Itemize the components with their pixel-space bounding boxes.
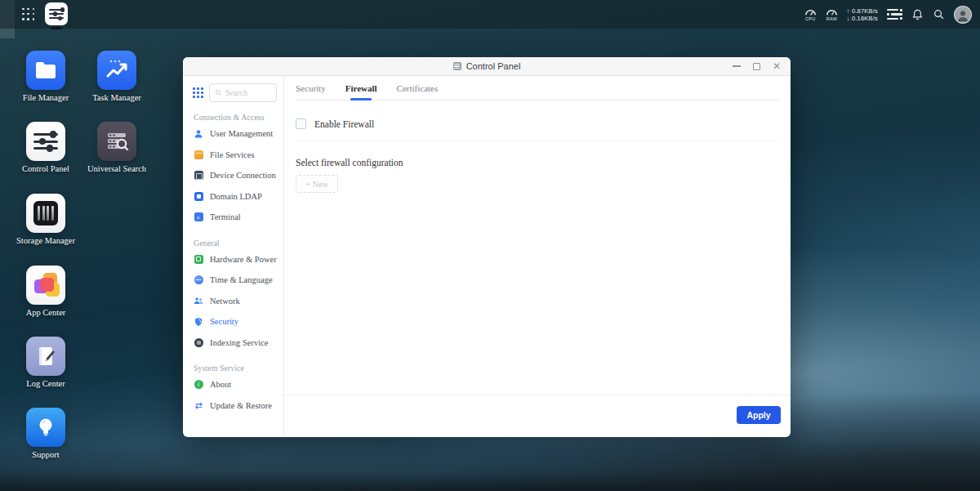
sidebar-item-label: Update & Restore [210,401,272,410]
terminal-icon [194,212,203,222]
user-avatar[interactable] [954,6,972,24]
desktop-icon-label: File Manager [23,93,69,102]
taskbar-control-panel-icon[interactable] [45,2,68,25]
network-speeds: ↑ 0.87KB/s ↓ 0.16KB/s [847,7,878,22]
desktop-icon-label: Task Manager [92,93,141,102]
search-icon [215,89,222,96]
sidebar-item-label: Hardware & Power [210,255,277,264]
globe-clock-icon [194,275,203,285]
sidebar-item-hardware-power[interactable]: Hardware & Power [183,249,283,270]
sidebar-item-label: Domain LDAP [210,192,262,201]
sidebar-item-label: Terminal [210,212,241,221]
desktop-icon-label: Control Panel [22,164,69,173]
window-titlebar[interactable]: Control Panel ✕ [183,57,791,76]
select-config-label: Select firewall configuration [296,158,779,167]
desktop-icon-label: Storage Manager [16,236,75,245]
desktop-icon-log-center[interactable]: Log Center [7,337,85,388]
enable-firewall-label: Enable Firewall [314,119,374,129]
sidebar-search[interactable] [209,83,277,102]
task-queue-icon[interactable] [887,9,902,20]
new-config-button[interactable]: + New [296,175,338,193]
desktop-icon-label: Log Center [26,379,65,388]
sliders-icon [33,133,58,136]
cpu-gauge[interactable]: CPU [804,7,817,22]
sidebar-item-about[interactable]: i About [183,374,283,395]
notifications-bell-icon[interactable] [911,8,924,21]
enable-firewall-checkbox[interactable] [296,118,306,129]
close-icon[interactable]: ✕ [773,61,781,71]
minimize-icon[interactable] [733,65,741,67]
section-divider [296,141,779,141]
sidebar-section-header: General [194,239,283,248]
refresh-arrows-icon: ⇄ [194,400,203,410]
topbar: CPU RAM ↑ 0.87KB/s ↓ 0.16KB/s [0,0,980,29]
sidebar-item-domain-ldap[interactable]: Domain LDAP [183,186,283,208]
desktop-icon-storage-manager[interactable]: Storage Manager [7,194,85,245]
sidebar-item-label: Network [210,297,240,306]
network-icon [194,296,203,306]
apps-grid-icon[interactable] [22,8,35,21]
user-icon [194,129,203,139]
modules-grid-icon[interactable] [193,87,203,98]
folder-icon [26,51,65,90]
sidebar-item-network[interactable]: Network [183,291,283,312]
list-search-icon [97,122,136,161]
desktop-icon-support[interactable]: Support [7,408,85,459]
shield-icon [194,317,203,327]
desktop-icon-label: Support [32,450,59,459]
indexing-icon [194,337,203,347]
ram-gauge[interactable]: RAM [826,7,838,22]
desktop-icon-file-manager[interactable]: File Manager [7,51,85,102]
desktop-icon-universal-search[interactable]: Universal Search [78,122,156,173]
sidebar-section-header: System Service [194,364,283,373]
sidebar-item-file-services[interactable]: File Services [183,145,283,166]
sidebar-section-header: Connection & Access [194,113,283,122]
tab-bar: Security Firewall Certificates [296,76,779,100]
tab-certificates[interactable]: Certificates [397,83,439,100]
maximize-icon[interactable] [753,63,760,70]
desktop-icon-control-panel[interactable]: Control Panel [7,122,85,173]
chart-line-icon [97,51,136,90]
sidebar-item-label: Device Connection [210,171,276,180]
sidebar-item-security[interactable]: Security [183,311,283,333]
disk-array-icon [33,201,58,225]
panel-footer: Apply [284,395,791,436]
sidebar-item-label: Time & Language [210,275,273,284]
device-icon [194,171,203,181]
desktop-icon-label: Universal Search [87,164,146,173]
log-book-icon [26,337,65,376]
upload-speed: ↑ 0.87KB/s [847,7,878,15]
control-panel-mini-icon [453,62,461,70]
desktop-icon-app-center[interactable]: App Center [7,266,85,317]
chip-icon [194,254,203,264]
control-panel-window: Control Panel ✕ Connection & Access Use [183,57,791,437]
sidebar-item-indexing-service[interactable]: Indexing Service [183,333,283,354]
apply-button[interactable]: Apply [737,406,781,424]
desktop-icon-task-manager[interactable]: Task Manager [78,51,156,102]
sidebar-item-time-language[interactable]: Time & Language [183,270,283,291]
search-input[interactable] [225,88,271,97]
tab-security[interactable]: Security [296,83,326,100]
sidebar-item-label: User Management [210,129,273,138]
sidebar-item-label: Indexing Service [210,338,268,347]
sidebar-item-label: About [210,380,231,389]
taskbar-active-indicator [51,27,62,29]
sidebar-item-label: File Services [210,150,255,159]
desktop-icon-label: App Center [26,308,66,317]
info-icon: i [194,380,203,390]
window-title: Control Panel [466,61,521,71]
lightbulb-icon [26,408,65,447]
firewall-panel: Security Firewall Certificates Enable Fi… [284,76,791,436]
sidebar-item-update-restore[interactable]: ⇄ Update & Restore [183,395,283,417]
domain-icon [194,191,203,201]
sidebar-item-device-connection[interactable]: Device Connection [183,165,283,186]
cpu-label: CPU [805,17,816,22]
control-panel-sidebar: Connection & Access User Management File… [183,76,284,436]
sidebar-item-user-management[interactable]: User Management [183,123,283,145]
download-speed: ↓ 0.16KB/s [847,15,878,22]
ram-label: RAM [826,17,837,22]
sidebar-item-terminal[interactable]: Terminal [183,207,283,228]
files-icon [194,150,203,159]
tab-firewall[interactable]: Firewall [345,83,377,100]
search-icon[interactable] [933,8,945,20]
